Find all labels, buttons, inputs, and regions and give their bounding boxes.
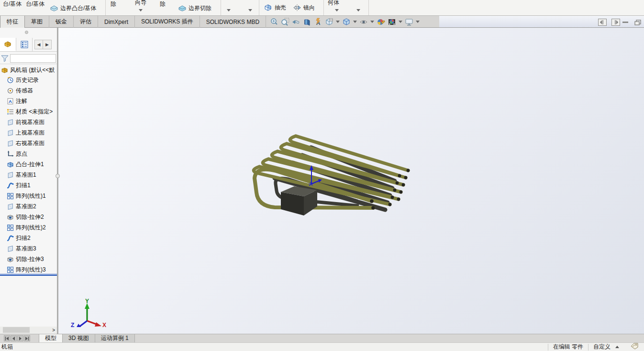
scrollbar-thumb[interactable] (3, 327, 30, 333)
tree-item[interactable]: 扫描1 (0, 180, 57, 191)
display-style-icon[interactable] (342, 17, 351, 27)
hole-wizard-caret[interactable] (139, 9, 143, 11)
shell-icon (264, 4, 272, 13)
tree-item[interactable]: 切除-拉伸3 (0, 254, 57, 264)
tree-filter-row (0, 53, 57, 64)
revolved-cut-button[interactable]: 除 (160, 0, 166, 8)
material-icon (7, 108, 14, 115)
main-area: ◀ ▶ 风机箱 (默认<<默历史记录传感器A注解材质 <未指定>前视基准面上视基… (0, 28, 644, 334)
status-bar: 机箱 在编辑 零件 自定义 (0, 342, 644, 351)
tree-item[interactable]: 切除-拉伸2 (0, 212, 57, 222)
tree-item[interactable]: 传感器 (0, 85, 57, 96)
document-tab-row: 模型3D 视图运动算例 1 (0, 334, 644, 342)
display-style-caret[interactable] (353, 21, 357, 23)
panel-splitter-handle[interactable] (56, 174, 60, 178)
tree-horizontal-scrollbar[interactable]: > (0, 327, 57, 333)
command-tab-SOLIDWORKS MBD[interactable]: SOLIDWORKS MBD (200, 16, 266, 28)
graphics-viewport[interactable]: Y X Z (58, 28, 644, 334)
scroll-right-arrow[interactable]: > (52, 328, 55, 333)
tree-item[interactable]: 阵列(线性)3 (0, 264, 57, 275)
tree-item[interactable]: 基准面3 (0, 243, 57, 254)
tree-item[interactable]: 历史记录 (0, 75, 57, 85)
doc-tab-运动算例 1[interactable]: 运动算例 1 (95, 334, 135, 342)
view-orientation-caret[interactable] (336, 21, 340, 23)
hide-show-items-caret[interactable] (370, 21, 374, 23)
doc-tab-3D 视图[interactable]: 3D 视图 (63, 334, 95, 342)
collapse-pane-right-button[interactable] (611, 19, 620, 26)
tree-item[interactable]: A注解 (0, 96, 57, 106)
view-orientation-icon[interactable] (324, 17, 334, 27)
tree-item[interactable]: 阵列(线性)2 (0, 222, 57, 233)
boundary-cut-button[interactable]: 边界切除 (189, 4, 211, 12)
command-tab-草图[interactable]: 草图 (25, 16, 49, 28)
cut-extrude-icon (7, 256, 14, 263)
mirror-button[interactable]: 镜向 (303, 4, 315, 12)
tree-item[interactable]: 扫描2 (0, 233, 57, 243)
status-custom-dropdown[interactable]: 自定义 (593, 343, 619, 351)
history-icon (7, 77, 14, 84)
revolved-boss-button[interactable]: 台/基体 (26, 0, 44, 8)
zoom-fit-icon[interactable] (269, 17, 279, 27)
tree-root-item[interactable]: 风机箱 (默认<<默 (0, 65, 57, 75)
tree-item[interactable]: 右视基准面 (0, 138, 57, 148)
extruded-cut-button[interactable]: 除 (111, 0, 116, 8)
plane-icon (7, 171, 14, 179)
panel-collapse-grip[interactable] (25, 31, 28, 34)
pattern-caret[interactable] (248, 9, 252, 11)
edit-appearance-icon[interactable] (376, 17, 386, 27)
tree-item[interactable]: 凸台-拉伸1 (0, 159, 57, 170)
command-tab-钣金[interactable]: 钣金 (49, 16, 74, 28)
prev-tab-button[interactable] (11, 335, 17, 341)
panel-tab-scroll-right[interactable]: ▶ (43, 40, 51, 49)
tree-item[interactable]: 基准面1 (0, 170, 57, 180)
boundary-boss-button[interactable]: 边界凸台/基体 (60, 4, 96, 12)
status-editing-mode: 在编辑 零件 (553, 343, 583, 351)
hole-wizard-button[interactable]: 向导 (135, 0, 146, 7)
heads-up-view-toolbar: A (269, 16, 420, 27)
hide-show-items-icon[interactable] (359, 17, 368, 27)
rollback-bar[interactable] (0, 274, 57, 276)
first-tab-button[interactable] (4, 335, 10, 341)
collapse-pane-left-button[interactable] (598, 19, 607, 26)
sweep-icon (7, 235, 14, 242)
custom-properties-tag-icon[interactable] (631, 343, 638, 351)
sweep-icon (7, 182, 14, 189)
apply-scene-icon[interactable] (387, 17, 397, 27)
command-tab-特征[interactable]: 特征 (0, 16, 25, 28)
tree-item[interactable]: 阵列(线性)1 (0, 191, 57, 201)
filter-funnel-icon (1, 55, 9, 62)
apply-scene-caret[interactable] (399, 21, 402, 23)
panel-tab-scroll-left[interactable]: ◀ (35, 40, 43, 49)
restore-button[interactable] (633, 19, 642, 26)
command-tab-评估[interactable]: 评估 (74, 16, 98, 28)
next-tab-button[interactable] (17, 335, 23, 341)
tree-item[interactable]: 基准面2 (0, 201, 57, 212)
reference-geometry-caret[interactable] (335, 9, 339, 11)
extruded-boss-button[interactable]: 台/基体 (3, 0, 22, 8)
command-tab-SOLIDWORKS 插件[interactable]: SOLIDWORKS 插件 (135, 16, 200, 28)
tree-filter-input[interactable] (10, 54, 56, 63)
tree-item[interactable]: 上视基准面 (0, 127, 57, 138)
last-tab-button[interactable] (24, 335, 30, 341)
minimize-button[interactable] (621, 19, 630, 26)
tree-item[interactable]: 前视基准面 (0, 117, 57, 127)
view-settings-caret[interactable] (416, 21, 420, 23)
tree-item[interactable]: 材质 <未指定> (0, 106, 57, 117)
property-manager-tab[interactable] (16, 38, 33, 51)
previous-view-icon[interactable] (291, 17, 301, 27)
tree-item[interactable]: 原点 (0, 148, 57, 159)
annotations-icon: A (7, 98, 14, 105)
fillet-caret[interactable] (227, 9, 231, 11)
doc-tab-模型[interactable]: 模型 (39, 334, 63, 342)
annotation-views-icon[interactable]: A (313, 17, 323, 27)
view-settings-icon[interactable] (404, 17, 414, 27)
command-tab-DimXpert[interactable]: DimXpert (98, 16, 135, 28)
feature-tree-tab[interactable] (0, 38, 16, 51)
triad-y-label: Y (85, 298, 89, 305)
doc-tabs: 模型3D 视图运动算例 1 (39, 334, 135, 342)
curves-caret[interactable] (356, 9, 360, 11)
zoom-area-icon[interactable] (280, 17, 290, 27)
reference-geometry-button[interactable]: 何体 (328, 0, 339, 7)
section-view-icon[interactable] (302, 17, 312, 27)
shell-button[interactable]: 抽壳 (275, 4, 286, 12)
